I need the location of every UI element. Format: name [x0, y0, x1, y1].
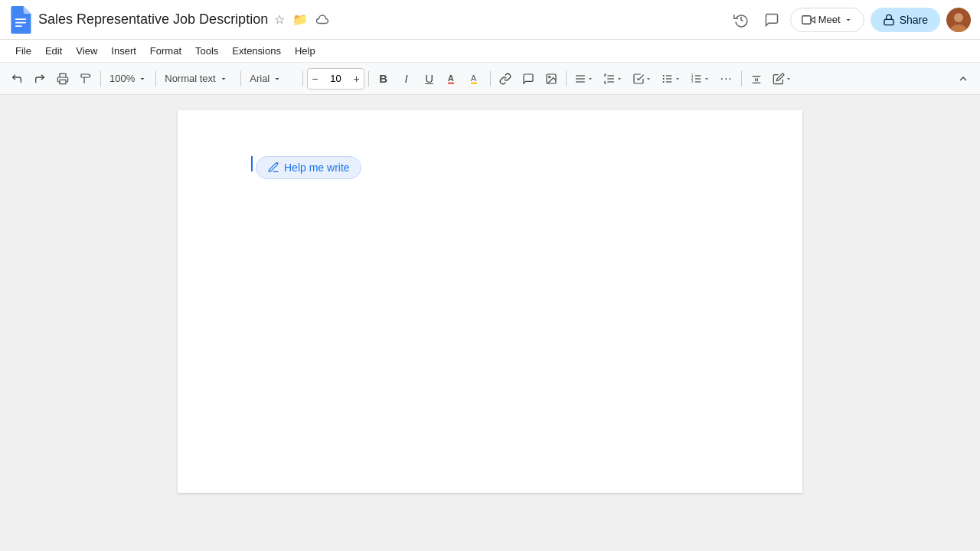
- font-size-decrease-label: −: [312, 73, 318, 85]
- line-spacing-dropdown-icon: [616, 75, 623, 83]
- text-color-button[interactable]: A: [442, 67, 463, 90]
- redo-button[interactable]: [29, 67, 51, 90]
- help-me-write-button[interactable]: Help me write: [256, 156, 361, 179]
- cloud-save-button[interactable]: [314, 11, 331, 28]
- menu-view[interactable]: View: [70, 42, 103, 60]
- zoom-value: 100%: [109, 73, 135, 84]
- menu-format[interactable]: Format: [144, 42, 188, 60]
- highlight-icon: A: [469, 73, 482, 85]
- history-icon: [733, 12, 749, 28]
- paint-format-icon: [80, 73, 92, 85]
- toolbar-divider-8: [741, 71, 742, 86]
- undo-icon: [11, 73, 23, 85]
- meet-button[interactable]: Meet: [790, 8, 864, 32]
- move-button[interactable]: 📁: [291, 11, 309, 28]
- zoom-select[interactable]: 100%: [105, 67, 152, 90]
- italic-button[interactable]: I: [396, 67, 417, 90]
- toolbar-divider-4: [302, 71, 303, 86]
- svg-point-27: [662, 81, 664, 83]
- top-bar: Sales Representative Job Description ☆ 📁: [0, 0, 980, 40]
- font-size-decrease-button[interactable]: −: [308, 71, 322, 86]
- undo-button[interactable]: [6, 67, 28, 90]
- underline-button[interactable]: U: [419, 67, 440, 90]
- collapse-toolbar-button[interactable]: [952, 67, 974, 90]
- lock-icon: [883, 14, 895, 26]
- image-icon: [545, 73, 557, 85]
- menu-extensions[interactable]: Extensions: [226, 42, 287, 60]
- svg-point-15: [548, 76, 550, 77]
- toolbar-divider-6: [490, 71, 491, 86]
- font-size-input[interactable]: [322, 73, 349, 84]
- svg-marker-3: [811, 17, 815, 23]
- toolbar-divider-7: [566, 71, 567, 86]
- history-button[interactable]: [729, 8, 753, 32]
- content-area[interactable]: Help me write: [0, 95, 980, 551]
- share-button[interactable]: Share: [871, 8, 940, 32]
- camera-icon: [802, 13, 815, 27]
- svg-rect-1: [15, 21, 26, 23]
- bold-label: B: [379, 72, 387, 85]
- bullet-list-button[interactable]: [658, 67, 685, 90]
- link-button[interactable]: [495, 67, 516, 90]
- svg-point-26: [662, 78, 664, 80]
- more-options-button[interactable]: ···: [716, 67, 737, 90]
- user-avatar-icon: [946, 8, 971, 32]
- comment-toolbar-button[interactable]: [518, 67, 539, 90]
- menu-edit[interactable]: Edit: [39, 42, 68, 60]
- comment-icon: [764, 12, 779, 28]
- star-button[interactable]: ☆: [273, 11, 286, 28]
- svg-rect-2: [15, 25, 22, 27]
- font-size-control: − +: [307, 68, 364, 90]
- image-button[interactable]: [541, 67, 562, 90]
- zoom-dropdown-icon: [138, 74, 147, 83]
- align-button[interactable]: [570, 67, 598, 90]
- paint-format-button[interactable]: [75, 67, 96, 90]
- numbered-list-button[interactable]: 1 2 3: [687, 67, 714, 90]
- meet-button-label: Meet: [818, 14, 841, 25]
- pencil-star-icon: [267, 161, 279, 174]
- line-spacing-button[interactable]: [599, 67, 627, 90]
- link-icon: [499, 73, 511, 85]
- menu-insert[interactable]: Insert: [105, 42, 142, 60]
- doc-title-row: Sales Representative Job Description ☆ 📁: [38, 11, 723, 28]
- svg-text:3: 3: [691, 80, 693, 83]
- svg-rect-0: [15, 18, 26, 20]
- menu-tools[interactable]: Tools: [189, 42, 224, 60]
- bullet-dropdown-icon: [674, 75, 681, 83]
- toolbar-divider-2: [155, 71, 156, 86]
- paragraph-style-select[interactable]: Normal text: [160, 67, 237, 90]
- svg-rect-11: [448, 82, 454, 83]
- bold-button[interactable]: B: [373, 67, 394, 90]
- toolbar-divider-5: [368, 71, 369, 86]
- clear-formatting-button[interactable]: [746, 67, 767, 90]
- document-page[interactable]: Help me write: [178, 110, 802, 493]
- menu-bar: File Edit View Insert Format Tools Exten…: [0, 40, 980, 63]
- title-section: Sales Representative Job Description ☆ 📁: [38, 11, 723, 28]
- numbered-list-icon: 1 2 3: [691, 73, 703, 85]
- smart-compose-button[interactable]: [769, 67, 796, 90]
- text-cursor: [251, 156, 253, 171]
- cloud-icon: [315, 13, 329, 27]
- clear-formatting-icon: [750, 73, 763, 85]
- comments-button[interactable]: [760, 8, 784, 32]
- checklist-button[interactable]: [629, 67, 656, 90]
- highlight-color-button[interactable]: A: [465, 67, 486, 90]
- bullet-list-icon: [662, 73, 674, 85]
- collapse-icon: [957, 73, 969, 85]
- smart-compose-icon: [773, 73, 785, 85]
- checklist-icon: [632, 73, 645, 85]
- svg-rect-13: [471, 82, 477, 83]
- numbered-dropdown-icon: [703, 75, 710, 83]
- font-size-increase-button[interactable]: +: [349, 71, 363, 86]
- menu-file[interactable]: File: [9, 42, 38, 60]
- font-select[interactable]: Arial: [245, 67, 299, 90]
- share-button-label: Share: [900, 14, 928, 26]
- menu-help[interactable]: Help: [289, 42, 322, 60]
- more-options-label: ···: [720, 72, 732, 86]
- doc-title[interactable]: Sales Representative Job Description: [38, 11, 268, 28]
- font-value: Arial: [250, 73, 270, 84]
- font-dropdown-icon: [273, 74, 282, 83]
- italic-label: I: [405, 72, 408, 85]
- print-button[interactable]: [52, 67, 74, 90]
- avatar[interactable]: [946, 8, 971, 32]
